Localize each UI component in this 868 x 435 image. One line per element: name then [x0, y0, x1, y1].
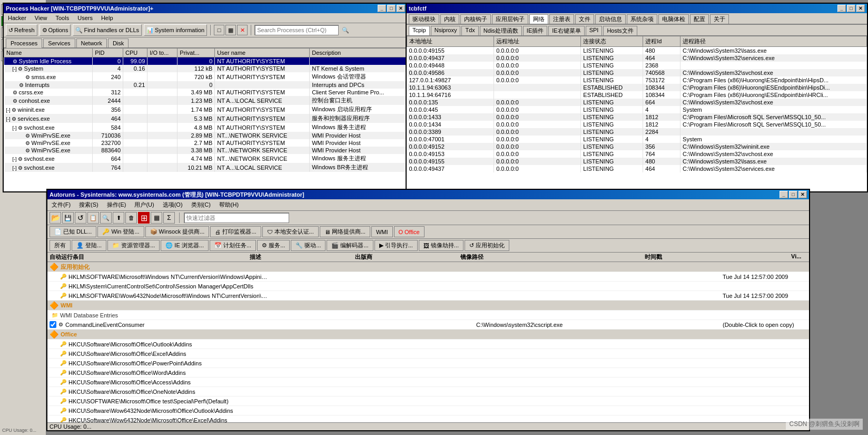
table-row[interactable]: ⚙ WmiPrvSE.exe8836403.38 MBNT...\NETWORK… [4, 147, 407, 154]
table-row[interactable]: 0.0.0.0:14330.0.0.0:0LISTENING1812C:\Pro… [407, 113, 867, 121]
menu-tools[interactable]: Tools [54, 14, 72, 22]
table-row[interactable]: 127.0.0.1:498270.0.0.0:0LISTENING753172C… [407, 76, 867, 84]
tab-services-auto[interactable]: ⚙ 服务... [257, 240, 290, 251]
auto-icon-save[interactable]: 💾 [62, 212, 74, 224]
tab-hosts[interactable]: Hosts文件 [603, 26, 637, 35]
menu-users[interactable]: Users [75, 14, 95, 22]
table-row[interactable]: 0.0.0.0:494370.0.0.0:0LISTENING464C:\Win… [407, 54, 867, 62]
auto-icon-refresh[interactable]: ↺ [75, 212, 86, 224]
col-local-addr[interactable]: 本地地址 [407, 36, 494, 47]
auto-icon-submit[interactable]: ⬆ [113, 212, 124, 224]
table-row[interactable]: ⚙ WmiPrvSE.exe7100362.89 MBNT...\NETWORK… [4, 132, 407, 139]
table-row[interactable]: [-]⚙ svchost.exe6644.74 MBNT...\NETWORK … [4, 154, 407, 163]
net-minimize-btn[interactable]: _ [837, 5, 846, 12]
table-row[interactable]: 0.0.0.0:494370.0.0.0:0LISTENING464C:\Win… [407, 165, 867, 172]
list-item[interactable]: 🔑HKCU\SOFTWARE\Microsoft\Office test\Spe… [47, 397, 809, 406]
table-row[interactable]: 0.0.0.0:4450.0.0.0:0LISTENING4System [407, 106, 867, 113]
tab-drivers[interactable]: 🔧 驱动... [291, 240, 326, 251]
tab-explorer[interactable]: 📁 资源管理器... [107, 240, 160, 251]
col-cpu[interactable]: CPU [123, 49, 147, 57]
auto-menu-options[interactable]: 选项(O) [161, 200, 185, 209]
col-name[interactable]: Name [4, 49, 93, 57]
tab-nsiproxy[interactable]: Nsiproxy [431, 26, 461, 35]
tab-driver-module[interactable]: 驱动模块 [409, 14, 439, 24]
tab-wmi[interactable]: WMI [371, 226, 393, 237]
table-row[interactable]: 0.0.0.0:14340.0.0.0:0LISTENING1812C:\Pro… [407, 121, 867, 128]
tab-print-monitor[interactable]: 🖨 打印监视器... [210, 226, 261, 237]
tab-registry[interactable]: 注册表 [549, 14, 574, 24]
tab-processes[interactable]: Processes [6, 38, 42, 48]
tab-ie-plugin[interactable]: IE插件 [523, 26, 547, 35]
list-item[interactable]: 🔑HKCU\Software\Microsoft\Office\Access\A… [47, 378, 809, 387]
col-desc[interactable]: Description [310, 49, 407, 57]
menu-help[interactable]: Help [99, 14, 115, 22]
list-item[interactable]: 🔑HKCU\Software\Microsoft\Office\Outlook\… [47, 340, 809, 349]
table-row[interactable]: 10.1.1.94:63063ESTABLISHED108344C:\Progr… [407, 84, 867, 91]
table-row[interactable]: ⚙ conhost.exe24441.23 MBNT A...\LOCAL SE… [4, 96, 407, 105]
table-row[interactable]: ⚙ Interrupts0.210Interrupts and DPCs [4, 81, 407, 89]
auto-menu-category[interactable]: 类别(C) [189, 200, 213, 209]
list-item[interactable]: 📁WMI Database Entries [47, 311, 809, 320]
col-state[interactable]: 连接状态 [581, 36, 643, 47]
table-row[interactable]: 0.0.0.0:491550.0.0.0:0LISTENING480C:\Win… [407, 158, 867, 165]
table-row[interactable]: [-]⚙ System40.16112 kBNT AUTHORITY\SYSTE… [4, 65, 407, 72]
minimize-button[interactable]: _ [378, 5, 386, 12]
list-item[interactable]: 🔑HKLM\SOFTWARE\Microsoft\Windows NT\Curr… [47, 272, 809, 282]
find-handles-button[interactable]: 🔍 Find handles or DLLs [73, 24, 142, 36]
search-input[interactable] [254, 25, 339, 35]
col-pid[interactable]: PID [93, 49, 123, 57]
table-row[interactable]: 0.0.0.0:1350.0.0.0:0LISTENING664C:\Windo… [407, 99, 867, 106]
list-item[interactable]: 🔑HKLM\SOFTWARE\Wow6432Node\Microsoft\Win… [47, 291, 809, 301]
tab-sys-misc[interactable]: 系统杂项 [627, 14, 657, 24]
auto-menu-search[interactable]: 搜索(S) [77, 200, 101, 209]
tab-local-auth[interactable]: 🛡 本地安全认证... [262, 226, 319, 237]
table-row[interactable]: ⚙ smss.exe240720 kBNT AUTHORITY\SYSTEMWi… [4, 72, 407, 81]
tab-kernel[interactable]: 内核 [440, 14, 459, 24]
auto-icon-sigma[interactable]: Σ [163, 212, 175, 224]
col-user[interactable]: User name [215, 49, 310, 57]
tab-kernel-hook[interactable]: 内核钩子 [460, 14, 491, 24]
table-row[interactable]: ⚙ csrss.exe3123.49 MBNT AUTHORITY\SYSTEM… [4, 89, 407, 96]
table-row[interactable]: [-]⚙ svchost.exe76410.21 MBNT A...\LOCAL… [4, 163, 407, 172]
tab-app-hook[interactable]: 应用层钩子 [492, 14, 528, 24]
tab-scheduled[interactable]: 📅 计划任务... [210, 240, 256, 251]
auto-icon-windows[interactable]: ⊞ [138, 212, 150, 224]
table-row[interactable]: [-]⚙ svchost.exe5844.8 MBNT AUTHORITY\SY… [4, 123, 407, 132]
tab-file[interactable]: 文件 [575, 14, 594, 24]
tab-ie[interactable]: 🌐 IE 浏览器... [161, 240, 209, 251]
table-row[interactable]: [-]⚙ wininit.exe3561.74 MBNT AUTHORITY\S… [4, 105, 407, 114]
auto-icon-delete[interactable]: 🗑 [125, 212, 137, 224]
menu-view[interactable]: View [33, 14, 50, 22]
net-maximize-btn[interactable]: □ [847, 5, 855, 12]
tab-ie-menu[interactable]: IE右键菜单 [548, 26, 584, 35]
tab-app-init[interactable]: ↺ 应用初始化 [465, 240, 509, 251]
tab-win-logon[interactable]: 🔑 Win 登陆... [97, 226, 144, 237]
col-remote-addr[interactable]: 远程地址 [494, 36, 581, 47]
options-button[interactable]: ⚙ Options [40, 24, 71, 36]
col-priv[interactable]: Privat... [177, 49, 215, 57]
table-row[interactable]: ⚙ System Idle Process099.090NT AUTHORITY… [4, 57, 407, 65]
list-item[interactable]: 🔑HKCU\Software\Microsoft\Office\Excel\Ad… [47, 349, 809, 359]
auto-minimize-btn[interactable]: _ [780, 191, 788, 198]
table-row[interactable]: ⚙ WmiPrvSE.exe2327002.7 MBNT AUTHORITY\S… [4, 139, 407, 147]
tab-services[interactable]: Services [43, 38, 75, 47]
refresh-button[interactable]: ↺ Refresh [6, 24, 37, 36]
tab-disk[interactable]: Disk [108, 38, 129, 47]
tab-ndis[interactable]: Ndis处理函数 [480, 26, 522, 35]
table-row[interactable]: 0.0.0.0:494480.0.0.0:0LISTENING2368 [407, 62, 867, 69]
tab-office[interactable]: O Office [394, 226, 425, 237]
tab-tdx[interactable]: Tdx [461, 26, 478, 35]
tab-about[interactable]: 关于 [710, 14, 729, 24]
tab-net-provider[interactable]: 🖥 网络提供商... [320, 226, 370, 237]
auto-menu-file[interactable]: 文件(F) [50, 200, 73, 209]
close-button[interactable]: ✕ [397, 5, 405, 12]
net-close-btn[interactable]: ✕ [856, 5, 865, 12]
table-row[interactable]: 0.0.0.0:491520.0.0.0:0LISTENING356C:\Win… [407, 143, 867, 150]
tab-logon[interactable]: 👤 登陆... [72, 240, 106, 251]
table-row[interactable]: 0.0.0.0:33890.0.0.0:0LISTENING2284 [407, 128, 867, 136]
auto-icon-grid[interactable]: ▦ [151, 212, 162, 224]
autoruns-filter-input[interactable] [184, 212, 289, 223]
tab-known-dll[interactable]: 📄 已知 DLL... [50, 226, 96, 237]
list-item[interactable]: 🔑HKCU\Software\Microsoft\Office\PowerPoi… [47, 359, 809, 368]
auto-maximize-btn[interactable]: □ [789, 191, 797, 198]
